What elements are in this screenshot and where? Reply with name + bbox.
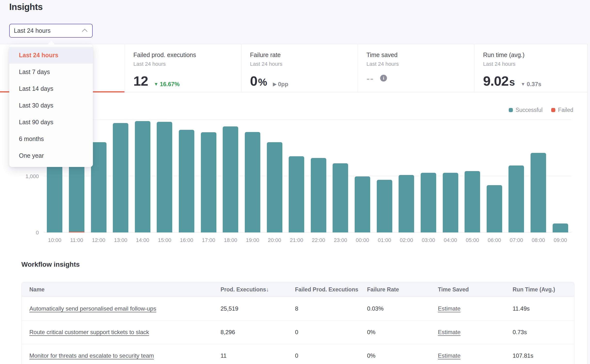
card-delta-text: 0pp bbox=[278, 81, 288, 88]
bar-17:00[interactable] bbox=[201, 132, 216, 232]
x-tick-label: 16:00 bbox=[176, 237, 198, 243]
card-title: Time saved bbox=[366, 51, 469, 58]
bar-19:00[interactable] bbox=[245, 132, 260, 232]
workflow-insights-heading: Workflow insights bbox=[21, 261, 80, 268]
estimate-link[interactable]: Estimate bbox=[438, 329, 460, 335]
column-header-failure-rate[interactable]: Failure Rate bbox=[367, 286, 438, 293]
menu-option[interactable]: Last 90 days bbox=[9, 114, 93, 131]
column-header-prod-executions[interactable]: Prod. Executions↓ bbox=[221, 286, 295, 293]
card-subtitle: Last 24 hours bbox=[366, 61, 469, 67]
chart-x-axis: 10:0011:0012:0013:0014:0015:0016:0017:00… bbox=[44, 237, 571, 243]
bar-18:00[interactable] bbox=[223, 126, 238, 232]
metric-card-time-saved[interactable]: Time saved Last 24 hours -- i bbox=[357, 44, 474, 92]
card-subtitle: Last 24 hours bbox=[250, 61, 353, 67]
triangle-down-icon: ▼ bbox=[521, 82, 525, 87]
card-delta: ▼ 0.37s bbox=[521, 81, 541, 88]
bar-14:00[interactable] bbox=[135, 121, 150, 232]
dropdown-caret bbox=[48, 41, 55, 45]
card-title: Failure rate bbox=[250, 51, 353, 58]
card-value-empty: -- bbox=[366, 73, 374, 84]
legend-item-failed[interactable]: Failed bbox=[551, 107, 573, 113]
x-tick-label: 19:00 bbox=[242, 237, 264, 243]
workflow-name-link[interactable]: Monitor for threats and escalate to secu… bbox=[29, 352, 154, 359]
info-icon[interactable]: i bbox=[380, 75, 387, 82]
cell-failed-prod-executions: 0 bbox=[295, 352, 367, 359]
card-value: 0 bbox=[250, 73, 257, 89]
x-tick-label: 21:00 bbox=[286, 237, 308, 243]
bar-01:00[interactable] bbox=[377, 180, 392, 232]
bar-08:00[interactable] bbox=[531, 153, 546, 232]
time-range-select[interactable]: Last 24 hours bbox=[9, 24, 93, 38]
cell-run-time-avg: 107.81s bbox=[513, 352, 574, 359]
menu-option[interactable]: Last 7 days bbox=[9, 64, 93, 80]
x-tick-label: 14:00 bbox=[132, 237, 154, 243]
workflow-name-link[interactable]: Route critical customer support tickets … bbox=[29, 329, 149, 335]
x-tick-label: 22:00 bbox=[308, 237, 330, 243]
x-tick-label: 10:00 bbox=[44, 237, 66, 243]
bar-06:00[interactable] bbox=[487, 185, 502, 232]
metric-card-run-time-avg[interactable]: Run time (avg.) Last 24 hours 9.02 s ▼ 0… bbox=[474, 44, 587, 92]
y-tick-label: 0 bbox=[2, 230, 39, 236]
legend-swatch bbox=[509, 108, 513, 112]
x-tick-label: 09:00 bbox=[549, 237, 571, 243]
card-delta-text: 16.67% bbox=[160, 81, 180, 88]
x-tick-label: 03:00 bbox=[418, 237, 440, 243]
triangle-right-icon: ▶ bbox=[273, 81, 277, 87]
cell-failed-prod-executions: 0 bbox=[295, 329, 367, 336]
bar-23:00[interactable] bbox=[333, 163, 348, 232]
estimate-link[interactable]: Estimate bbox=[438, 305, 460, 312]
workflow-name-link[interactable]: Automatically send personalised email fo… bbox=[29, 305, 156, 312]
x-tick-label: 00:00 bbox=[352, 237, 374, 243]
legend-item-successful[interactable]: Successful bbox=[509, 107, 542, 113]
bar-07:00[interactable] bbox=[508, 165, 524, 232]
menu-option[interactable]: Last 24 hours bbox=[9, 47, 93, 64]
chart-legend: SuccessfulFailed bbox=[509, 107, 573, 113]
bar-21:00[interactable] bbox=[289, 156, 304, 232]
column-header-run-time-avg[interactable]: Run Time (Avg.) bbox=[513, 286, 574, 293]
cell-failure-rate: 0.03% bbox=[367, 305, 438, 312]
bar-02:00[interactable] bbox=[399, 175, 414, 232]
x-tick-label: 20:00 bbox=[263, 237, 286, 243]
card-value-unit: % bbox=[258, 76, 267, 88]
bar-13:00[interactable] bbox=[113, 123, 128, 232]
metric-card-failure-rate[interactable]: Failure rate Last 24 hours 0 % ▶ 0pp bbox=[241, 44, 358, 92]
bar-20:00[interactable] bbox=[267, 142, 282, 232]
x-tick-label: 13:00 bbox=[110, 237, 132, 243]
bar-16:00[interactable] bbox=[179, 130, 194, 232]
card-title: Run time (avg.) bbox=[483, 51, 582, 58]
bar-05:00[interactable] bbox=[465, 171, 480, 232]
cell-failure-rate: 0% bbox=[367, 352, 438, 359]
table-row: Route critical customer support tickets … bbox=[22, 320, 574, 344]
x-tick-label: 12:00 bbox=[88, 237, 110, 243]
bar-12:00[interactable] bbox=[91, 142, 107, 232]
cell-failure-rate: 0% bbox=[367, 329, 438, 336]
bar-04:00[interactable] bbox=[443, 173, 458, 232]
cell-run-time-avg: 11.49s bbox=[513, 305, 574, 312]
workflow-insights-table: NameProd. Executions↓Failed Prod. Execut… bbox=[21, 282, 574, 364]
menu-option[interactable]: One year bbox=[9, 147, 93, 164]
bar-15:00[interactable] bbox=[157, 122, 172, 232]
executions-bar-chart bbox=[44, 120, 571, 232]
column-header-name[interactable]: Name bbox=[29, 286, 221, 293]
card-delta-text: 0.37s bbox=[527, 81, 541, 88]
column-header-time-saved[interactable]: Time Saved bbox=[438, 286, 513, 293]
estimate-link[interactable]: Estimate bbox=[438, 352, 460, 359]
bar-00:00[interactable] bbox=[355, 176, 370, 232]
column-header-failed-prod-executions[interactable]: Failed Prod. Executions bbox=[295, 286, 367, 293]
card-delta: ▶ 0pp bbox=[273, 81, 288, 88]
card-subtitle: Last 24 hours bbox=[483, 61, 582, 67]
cell-prod-executions: 8,296 bbox=[221, 329, 295, 336]
x-tick-label: 05:00 bbox=[461, 237, 483, 243]
sort-desc-icon: ↓ bbox=[266, 286, 269, 293]
bar-09:00[interactable] bbox=[553, 223, 568, 232]
bar-03:00[interactable] bbox=[421, 173, 436, 232]
bar-22:00[interactable] bbox=[311, 158, 326, 232]
legend-swatch bbox=[551, 108, 555, 112]
x-tick-label: 15:00 bbox=[154, 237, 176, 243]
menu-option[interactable]: Last 14 days bbox=[9, 80, 93, 97]
menu-option[interactable]: Last 30 days bbox=[9, 97, 93, 114]
x-tick-label: 02:00 bbox=[395, 237, 418, 243]
metric-card-failed-prod-executions[interactable]: Failed prod. executions Last 24 hours 12… bbox=[124, 44, 241, 92]
cell-prod-executions: 11 bbox=[221, 352, 295, 359]
menu-option[interactable]: 6 months bbox=[9, 131, 93, 147]
